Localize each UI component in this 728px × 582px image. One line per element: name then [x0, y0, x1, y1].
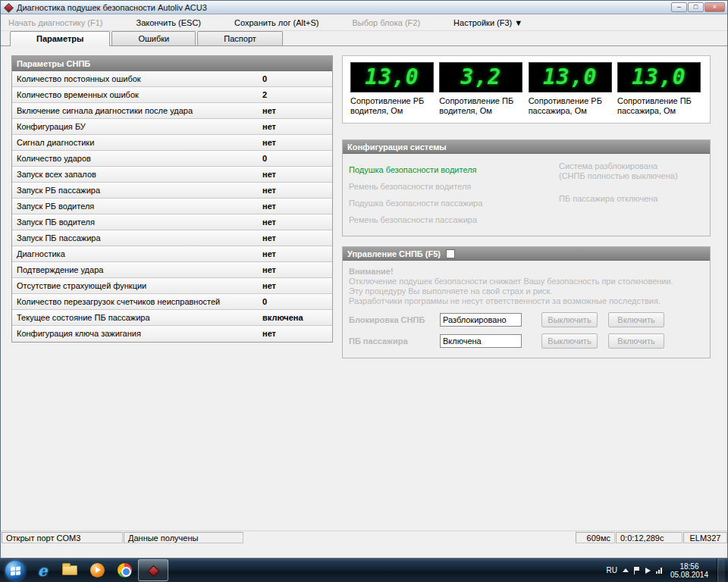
- system-config-right-column: Система разблокирована(СНПБ полностью вы…: [559, 161, 708, 217]
- param-row: Отсутствие страхующей функциинет: [12, 278, 332, 294]
- chrome-icon[interactable]: [111, 559, 137, 581]
- seven-segment-readout: 13,0: [529, 62, 612, 92]
- param-value: нет: [262, 246, 276, 261]
- media-player-icon[interactable]: [84, 559, 110, 581]
- param-value: нет: [262, 326, 276, 341]
- param-value: нет: [262, 199, 276, 214]
- tray-date: 05.08.2014: [670, 571, 708, 579]
- menu-item-start-diagnostics: Начать диагностику (F1): [4, 16, 107, 30]
- seven-segment-readout: 13,0: [350, 62, 434, 92]
- param-label: Запуск всех запалов: [17, 170, 96, 179]
- maximize-button[interactable]: □: [688, 2, 704, 12]
- resistance-display: 3,2Сопротивление ПБ водителя, Ом: [439, 62, 524, 120]
- param-value: нет: [262, 135, 276, 150]
- param-label: Сигнал диагностики: [17, 138, 94, 147]
- param-label: Запуск РБ пассажира: [17, 186, 100, 195]
- hidden-icons-arrow-icon[interactable]: [623, 568, 629, 572]
- param-value: 0: [262, 151, 267, 166]
- params-table: Количество постоянных ошибок0Количество …: [12, 71, 332, 342]
- param-row: Запуск всех запаловнет: [12, 167, 332, 183]
- tab-errors[interactable]: Ошибки: [111, 31, 196, 45]
- content: Параметры СНПБ Количество постоянных оши…: [1, 46, 727, 546]
- system-config-body: Подушка безопасности водителяРемень безо…: [343, 154, 710, 228]
- statusbar: Открыт порт COM3 Данные получены 609мс 0…: [1, 530, 727, 544]
- param-row: Текущее состояние ПБ пассажиравключена: [12, 310, 332, 326]
- minimize-button[interactable]: –: [671, 2, 687, 12]
- app-window: Диагностика подушек безопасности Autoliv…: [0, 0, 728, 559]
- menu-item-settings[interactable]: Настройки (F3) ▼: [449, 16, 527, 30]
- volume-icon[interactable]: [645, 568, 651, 574]
- pb-passenger-off-button[interactable]: Выключить: [541, 333, 598, 349]
- taskbar: e RU 18:56 05.08.2014: [0, 559, 728, 582]
- internet-explorer-icon[interactable]: e: [30, 559, 55, 581]
- param-row: Запуск ПБ пассажиранет: [12, 230, 332, 246]
- snpb-lock-row: Блокировка СНПБВыключитьВключить: [349, 312, 664, 327]
- resistance-display: 13,0Сопротивление РБ водителя, Ом: [350, 62, 435, 120]
- param-label: Конфигурация ключа зажигания: [17, 329, 141, 338]
- param-row: Количество перезагрузок счетчиков неиспр…: [12, 294, 332, 310]
- param-value: нет: [262, 214, 276, 230]
- param-row: Сигнал диагностикинет: [12, 135, 332, 151]
- snpb-lock-on-button[interactable]: Включить: [608, 312, 664, 327]
- system-tray: RU 18:56 05.08.2014: [606, 559, 726, 582]
- ie-glyph: e: [38, 563, 48, 578]
- snpb-lock-input[interactable]: [440, 313, 522, 327]
- status-port: Открыт порт COM3: [2, 532, 123, 543]
- window-title: Диагностика подушек безопасности Autoliv…: [17, 3, 207, 12]
- tabstrip: ПараметрыОшибкиПаспорт: [1, 31, 727, 46]
- resistance-display: 13,0Сопротивление РБ пассажира, Ом: [529, 62, 613, 120]
- status-session-time: 0:0:12,289с: [616, 532, 682, 543]
- status-adapter: ELM327: [683, 532, 727, 543]
- media-player-glyph: [90, 563, 105, 577]
- pb-passenger-input[interactable]: [440, 334, 522, 348]
- network-icon[interactable]: [656, 568, 662, 574]
- snpb-lock-off-button[interactable]: Выключить: [541, 312, 598, 327]
- tray-clock[interactable]: 18:56 05.08.2014: [670, 562, 708, 579]
- pb-passenger-row: ПБ пассажираВыключитьВключить: [349, 333, 664, 349]
- param-label: Количество постоянных ошибок: [17, 74, 141, 83]
- seven-segment-readout: 13,0: [617, 62, 701, 92]
- param-value: 0: [262, 294, 267, 309]
- language-indicator[interactable]: RU: [606, 566, 617, 574]
- param-value: нет: [262, 119, 276, 134]
- show-desktop-button[interactable]: [717, 559, 725, 582]
- param-row: Запуск РБ водителянет: [12, 199, 332, 214]
- config-item-line: (СНПБ полностью выключена): [559, 171, 708, 181]
- menu-item-finish[interactable]: Закончить (ESC): [131, 16, 206, 30]
- param-label: Конфигурация БУ: [17, 122, 86, 131]
- param-row: Подтверждение ударанет: [12, 262, 332, 278]
- tab-parameters[interactable]: Параметры: [10, 31, 110, 46]
- active-app-taskbar-button[interactable]: [138, 559, 168, 581]
- menubar: Начать диагностику (F1)Закончить (ESC)Со…: [1, 14, 727, 31]
- close-button[interactable]: ×: [704, 2, 725, 12]
- pb-passenger-on-button[interactable]: Включить: [608, 333, 664, 349]
- param-value: нет: [262, 230, 276, 246]
- snpb-lock-label: Блокировка СНПБ: [349, 315, 440, 324]
- param-value: нет: [262, 103, 276, 118]
- param-label: Включение сигнала диагностики после удар…: [17, 106, 193, 115]
- param-label: Диагностика: [17, 249, 65, 258]
- window-controls: – □ ×: [671, 2, 725, 12]
- param-value: включена: [262, 310, 303, 325]
- resistance-display: 13,0Сопротивление ПБ пассажира, Ом: [617, 62, 702, 120]
- param-value: нет: [262, 262, 276, 277]
- param-label: Количество перезагрузок счетчиков неиспр…: [17, 297, 220, 306]
- status-data: Данные получены: [124, 532, 243, 543]
- param-label: Текущее состояние ПБ пассажира: [17, 313, 150, 322]
- config-item-line: Система разблокирована: [559, 161, 708, 171]
- chrome-glyph: [118, 563, 132, 577]
- param-label: Запуск РБ водителя: [17, 202, 94, 211]
- param-value: нет: [262, 167, 276, 182]
- app-icon: [4, 3, 13, 12]
- windows-logo-icon: [11, 566, 20, 575]
- explorer-folder-icon[interactable]: [57, 559, 83, 581]
- tab-passport[interactable]: Паспорт: [197, 31, 283, 45]
- param-value: нет: [262, 183, 276, 198]
- snpb-control-enable-checkbox[interactable]: [446, 249, 455, 258]
- param-value: 2: [262, 87, 267, 102]
- start-button[interactable]: [5, 561, 25, 580]
- param-value: нет: [262, 278, 276, 293]
- action-center-icon[interactable]: [634, 567, 640, 574]
- menu-item-save-log[interactable]: Сохранить лог (Alt+S): [230, 16, 323, 30]
- param-label: Количество временных ошибок: [17, 90, 139, 99]
